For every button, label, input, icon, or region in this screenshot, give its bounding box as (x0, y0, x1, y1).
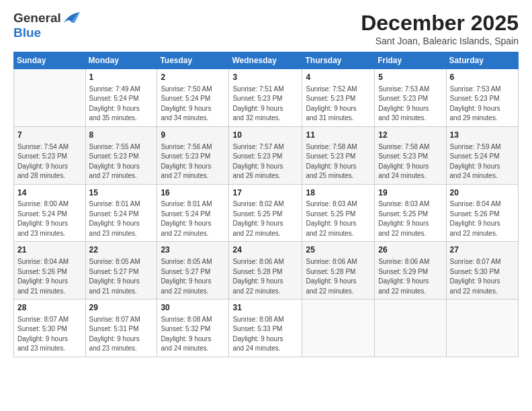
day-info: Sunrise: 8:01 AM Sunset: 5:24 PM Dayligh… (161, 199, 225, 238)
day-number: 24 (232, 244, 298, 256)
day-info: Sunrise: 8:05 AM Sunset: 5:27 PM Dayligh… (161, 257, 225, 296)
day-cell: 5Sunrise: 7:53 AM Sunset: 5:23 PM Daylig… (375, 69, 446, 127)
day-number: 6 (450, 72, 515, 83)
logo-blue: Blue (13, 26, 41, 40)
day-number: 30 (161, 302, 225, 314)
day-cell: 20Sunrise: 8:04 AM Sunset: 5:26 PM Dayli… (446, 184, 518, 242)
header-cell-friday: Friday (375, 52, 446, 69)
day-number: 28 (17, 302, 82, 314)
day-info: Sunrise: 8:07 AM Sunset: 5:31 PM Dayligh… (89, 315, 154, 354)
week-row-1: 1Sunrise: 7:49 AM Sunset: 5:24 PM Daylig… (14, 69, 519, 127)
day-cell (302, 300, 375, 357)
day-number: 2 (161, 72, 225, 83)
day-number: 29 (89, 302, 154, 314)
day-cell: 31Sunrise: 8:08 AM Sunset: 5:33 PM Dayli… (229, 300, 302, 357)
logo-text: General Blue (13, 11, 81, 40)
day-number: 25 (306, 244, 371, 256)
day-cell: 14Sunrise: 8:00 AM Sunset: 5:24 PM Dayli… (14, 184, 86, 242)
day-info: Sunrise: 8:07 AM Sunset: 5:30 PM Dayligh… (17, 315, 82, 354)
day-cell: 23Sunrise: 8:05 AM Sunset: 5:27 PM Dayli… (157, 242, 229, 300)
day-cell: 10Sunrise: 7:57 AM Sunset: 5:23 PM Dayli… (229, 126, 302, 184)
day-info: Sunrise: 7:53 AM Sunset: 5:23 PM Dayligh… (378, 85, 442, 124)
header-cell-tuesday: Tuesday (157, 52, 229, 69)
day-cell: 26Sunrise: 8:06 AM Sunset: 5:29 PM Dayli… (375, 242, 446, 300)
day-info: Sunrise: 8:05 AM Sunset: 5:27 PM Dayligh… (89, 257, 154, 296)
header-row: SundayMondayTuesdayWednesdayThursdayFrid… (14, 52, 519, 69)
day-cell: 27Sunrise: 8:07 AM Sunset: 5:30 PM Dayli… (446, 242, 518, 300)
title-month: December 2025 (361, 11, 519, 36)
day-info: Sunrise: 7:59 AM Sunset: 5:24 PM Dayligh… (450, 142, 515, 181)
day-cell: 15Sunrise: 8:01 AM Sunset: 5:24 PM Dayli… (85, 184, 157, 242)
day-number: 20 (450, 187, 515, 199)
day-cell: 16Sunrise: 8:01 AM Sunset: 5:24 PM Dayli… (157, 184, 229, 242)
logo-general: General (13, 11, 61, 26)
week-row-5: 28Sunrise: 8:07 AM Sunset: 5:30 PM Dayli… (14, 300, 519, 357)
day-info: Sunrise: 8:06 AM Sunset: 5:28 PM Dayligh… (232, 257, 298, 296)
day-info: Sunrise: 7:51 AM Sunset: 5:23 PM Dayligh… (232, 85, 298, 124)
day-info: Sunrise: 8:02 AM Sunset: 5:25 PM Dayligh… (232, 199, 298, 238)
header-cell-monday: Monday (85, 52, 157, 69)
day-info: Sunrise: 8:03 AM Sunset: 5:25 PM Dayligh… (378, 199, 442, 238)
calendar-body: 1Sunrise: 7:49 AM Sunset: 5:24 PM Daylig… (14, 69, 519, 357)
header: General Blue December 2025 Sant Joan, Ba… (13, 11, 519, 46)
day-cell: 4Sunrise: 7:52 AM Sunset: 5:23 PM Daylig… (302, 69, 375, 127)
calendar-header: SundayMondayTuesdayWednesdayThursdayFrid… (14, 52, 519, 69)
day-number: 21 (17, 244, 82, 256)
day-cell: 8Sunrise: 7:55 AM Sunset: 5:23 PM Daylig… (85, 126, 157, 184)
day-number: 3 (232, 72, 298, 83)
day-number: 27 (450, 244, 515, 256)
page: General Blue December 2025 Sant Joan, Ba… (0, 0, 532, 411)
header-cell-wednesday: Wednesday (229, 52, 302, 69)
day-number: 11 (306, 130, 371, 141)
day-number: 23 (161, 244, 225, 256)
day-number: 8 (89, 130, 154, 141)
week-row-4: 21Sunrise: 8:04 AM Sunset: 5:26 PM Dayli… (14, 242, 519, 300)
day-cell: 12Sunrise: 7:58 AM Sunset: 5:23 PM Dayli… (375, 126, 446, 184)
day-info: Sunrise: 7:52 AM Sunset: 5:23 PM Dayligh… (306, 85, 371, 124)
week-row-2: 7Sunrise: 7:54 AM Sunset: 5:23 PM Daylig… (14, 126, 519, 184)
day-cell: 28Sunrise: 8:07 AM Sunset: 5:30 PM Dayli… (14, 300, 86, 357)
day-cell (375, 300, 446, 357)
day-number: 16 (161, 187, 225, 199)
day-cell: 24Sunrise: 8:06 AM Sunset: 5:28 PM Dayli… (229, 242, 302, 300)
day-cell: 17Sunrise: 8:02 AM Sunset: 5:25 PM Dayli… (229, 184, 302, 242)
day-cell: 13Sunrise: 7:59 AM Sunset: 5:24 PM Dayli… (446, 126, 518, 184)
day-info: Sunrise: 8:04 AM Sunset: 5:26 PM Dayligh… (450, 199, 515, 238)
day-info: Sunrise: 7:54 AM Sunset: 5:23 PM Dayligh… (17, 142, 82, 181)
day-info: Sunrise: 7:56 AM Sunset: 5:23 PM Dayligh… (161, 142, 225, 181)
header-cell-sunday: Sunday (14, 52, 86, 69)
day-cell: 18Sunrise: 8:03 AM Sunset: 5:25 PM Dayli… (302, 184, 375, 242)
day-info: Sunrise: 7:50 AM Sunset: 5:24 PM Dayligh… (161, 85, 225, 124)
day-info: Sunrise: 8:08 AM Sunset: 5:33 PM Dayligh… (232, 315, 298, 354)
day-cell: 2Sunrise: 7:50 AM Sunset: 5:24 PM Daylig… (157, 69, 229, 127)
day-cell: 25Sunrise: 8:06 AM Sunset: 5:28 PM Dayli… (302, 242, 375, 300)
title-block: December 2025 Sant Joan, Balearic Island… (361, 11, 519, 46)
day-cell: 29Sunrise: 8:07 AM Sunset: 5:31 PM Dayli… (85, 300, 157, 357)
logo-bird-icon (62, 11, 81, 26)
day-cell: 19Sunrise: 8:03 AM Sunset: 5:25 PM Dayli… (375, 184, 446, 242)
header-cell-saturday: Saturday (446, 52, 518, 69)
day-info: Sunrise: 8:08 AM Sunset: 5:32 PM Dayligh… (161, 315, 225, 354)
day-number: 26 (378, 244, 442, 256)
day-cell (14, 69, 86, 127)
header-cell-thursday: Thursday (302, 52, 375, 69)
day-number: 7 (17, 130, 82, 141)
day-number: 19 (378, 187, 442, 199)
day-number: 9 (161, 130, 225, 141)
day-info: Sunrise: 7:58 AM Sunset: 5:23 PM Dayligh… (306, 142, 371, 181)
day-cell: 30Sunrise: 8:08 AM Sunset: 5:32 PM Dayli… (157, 300, 229, 357)
week-row-3: 14Sunrise: 8:00 AM Sunset: 5:24 PM Dayli… (14, 184, 519, 242)
day-cell (446, 300, 518, 357)
day-cell: 9Sunrise: 7:56 AM Sunset: 5:23 PM Daylig… (157, 126, 229, 184)
day-info: Sunrise: 7:53 AM Sunset: 5:23 PM Dayligh… (450, 85, 515, 124)
logo: General Blue (13, 11, 81, 40)
day-info: Sunrise: 8:07 AM Sunset: 5:30 PM Dayligh… (450, 257, 515, 296)
day-number: 15 (89, 187, 154, 199)
calendar-table: SundayMondayTuesdayWednesdayThursdayFrid… (13, 52, 519, 357)
day-number: 5 (378, 72, 442, 83)
day-cell: 7Sunrise: 7:54 AM Sunset: 5:23 PM Daylig… (14, 126, 86, 184)
day-cell: 11Sunrise: 7:58 AM Sunset: 5:23 PM Dayli… (302, 126, 375, 184)
day-info: Sunrise: 8:06 AM Sunset: 5:29 PM Dayligh… (378, 257, 442, 296)
day-info: Sunrise: 8:01 AM Sunset: 5:24 PM Dayligh… (89, 199, 154, 238)
day-number: 13 (450, 130, 515, 141)
